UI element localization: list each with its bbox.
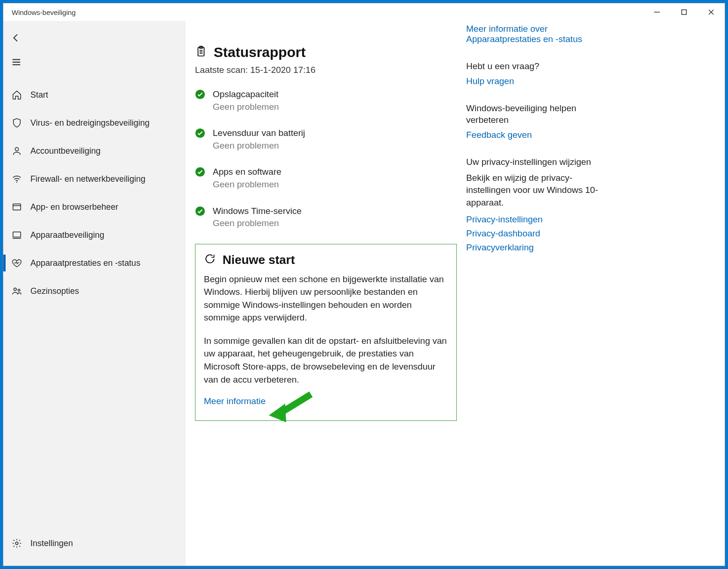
aside-improve: Windows-beveiliging helpen verbeteren Fe… xyxy=(466,102,616,140)
check-icon xyxy=(195,128,205,138)
content-column: Statusrapport Laatste scan: 15-1-2020 17… xyxy=(195,21,457,556)
annotation-arrow xyxy=(267,390,313,424)
fresh-start-para-1: Begin opnieuw met een schone en bijgewer… xyxy=(204,273,448,324)
sidebar-item-label: Accountbeveiliging xyxy=(29,146,101,156)
status-label: Windows Time-service xyxy=(213,205,302,218)
shield-icon xyxy=(12,118,29,128)
refresh-icon xyxy=(204,253,216,267)
aside-body: Bekijk en wijzig de privacy-instellingen… xyxy=(466,172,616,209)
maximize-button[interactable] xyxy=(670,3,698,21)
app-window: Windows-beveiliging Start Virus- en bed xyxy=(3,3,725,566)
fresh-start-title: Nieuwe start xyxy=(223,253,295,267)
sidebar-item-virus[interactable]: Virus- en bedreigingsbeveiliging xyxy=(3,109,186,137)
status-sub: Geen problemen xyxy=(213,178,281,191)
sidebar-item-label: Apparaatprestaties en -status xyxy=(29,258,140,268)
status-item-apps: Apps en software Geen problemen xyxy=(195,166,457,191)
sidebar-item-firewall[interactable]: Firewall- en netwerkbeveiliging xyxy=(3,165,186,193)
aside-question: Hebt u een vraag? Hulp vragen xyxy=(466,60,616,86)
device-icon xyxy=(12,230,29,240)
main-area: Statusrapport Laatste scan: 15-1-2020 17… xyxy=(186,21,725,566)
aside-more-info: Meer informatie over Apparaatprestaties … xyxy=(466,24,616,44)
status-sub: Geen problemen xyxy=(213,217,302,230)
check-icon xyxy=(195,206,205,216)
sidebar-item-label: Gezinsopties xyxy=(29,286,79,296)
gear-icon xyxy=(12,538,29,548)
sidebar-item-label: Apparaatbeveiliging xyxy=(29,230,104,240)
aside-title: Windows-beveiliging helpen verbeteren xyxy=(466,102,616,126)
back-button[interactable] xyxy=(3,26,29,50)
aside-column: Meer informatie over Apparaatprestaties … xyxy=(457,21,616,556)
more-info-link[interactable]: Meer informatie over Apparaatprestaties … xyxy=(466,24,616,44)
privacy-settings-link[interactable]: Privacy-instellingen xyxy=(466,214,616,225)
status-item-battery: Levensduur van batterij Geen problemen xyxy=(195,127,457,152)
minimize-button[interactable] xyxy=(643,3,670,21)
family-icon xyxy=(12,286,29,296)
sidebar-item-start[interactable]: Start xyxy=(3,81,186,109)
window-controls xyxy=(643,3,725,21)
status-label: Apps en software xyxy=(213,166,281,178)
close-button[interactable] xyxy=(698,3,725,21)
fresh-start-more-info-link[interactable]: Meer informatie xyxy=(204,396,448,406)
check-icon xyxy=(195,167,205,177)
close-icon xyxy=(708,9,714,15)
fresh-start-box: Nieuwe start Begin opnieuw met een schon… xyxy=(195,244,457,421)
heart-icon xyxy=(12,258,29,268)
maximize-icon xyxy=(681,9,687,15)
fresh-start-para-2: In sommige gevallen kan dit de opstart- … xyxy=(204,334,448,386)
privacy-dashboard-link[interactable]: Privacy-dashboard xyxy=(466,228,616,239)
feedback-link[interactable]: Feedback geven xyxy=(466,130,616,140)
privacy-statement-link[interactable]: Privacyverklaring xyxy=(466,242,616,253)
sidebar-item-label: Virus- en bedreigingsbeveiliging xyxy=(29,118,150,128)
browser-icon xyxy=(12,202,29,212)
hamburger-icon xyxy=(11,57,22,67)
status-sub: Geen problemen xyxy=(213,140,305,152)
sidebar-item-performance[interactable]: Apparaatprestaties en -status xyxy=(3,249,186,277)
check-icon xyxy=(195,89,205,100)
titlebar: Windows-beveiliging xyxy=(3,3,725,21)
status-item-time-service: Windows Time-service Geen problemen xyxy=(195,205,457,230)
sidebar-item-device[interactable]: Apparaatbeveiliging xyxy=(3,221,186,249)
sidebar-item-label: Firewall- en netwerkbeveiliging xyxy=(29,174,145,184)
aside-privacy: Uw privacy-instellingen wijzigen Bekijk … xyxy=(466,156,616,253)
last-scan-text: Laatste scan: 15-1-2020 17:16 xyxy=(195,65,457,75)
aside-title: Hebt u een vraag? xyxy=(466,60,616,72)
status-report-header: Statusrapport xyxy=(195,44,457,60)
clipboard-icon xyxy=(195,45,207,59)
menu-button[interactable] xyxy=(3,50,29,74)
window-title: Windows-beveiliging xyxy=(12,8,76,16)
sidebar-item-settings[interactable]: Instellingen xyxy=(3,529,186,557)
back-arrow-icon xyxy=(11,33,22,43)
fresh-start-header: Nieuwe start xyxy=(204,253,448,267)
sidebar-item-app-browser[interactable]: App- en browserbeheer xyxy=(3,193,186,221)
sidebar-item-label: Instellingen xyxy=(29,539,73,548)
sidebar-item-label: App- en browserbeheer xyxy=(29,202,118,212)
status-item-storage: Opslagcapaciteit Geen problemen xyxy=(195,88,457,113)
nav-list: Start Virus- en bedreigingsbeveiliging A… xyxy=(3,78,186,529)
person-icon xyxy=(12,146,29,156)
sidebar: Start Virus- en bedreigingsbeveiliging A… xyxy=(3,21,186,566)
status-sub: Geen problemen xyxy=(213,101,279,114)
status-label: Levensduur van batterij xyxy=(213,127,305,140)
help-link[interactable]: Hulp vragen xyxy=(466,76,616,86)
status-report-title: Statusrapport xyxy=(214,44,306,60)
aside-title: Uw privacy-instellingen wijzigen xyxy=(466,156,616,168)
sidebar-item-family[interactable]: Gezinsopties xyxy=(3,277,186,305)
status-label: Opslagcapaciteit xyxy=(213,88,279,101)
minimize-icon xyxy=(654,9,660,15)
sidebar-item-account[interactable]: Accountbeveiliging xyxy=(3,137,186,165)
home-icon xyxy=(12,90,29,100)
sidebar-item-label: Start xyxy=(29,90,48,100)
wifi-icon xyxy=(12,174,29,184)
